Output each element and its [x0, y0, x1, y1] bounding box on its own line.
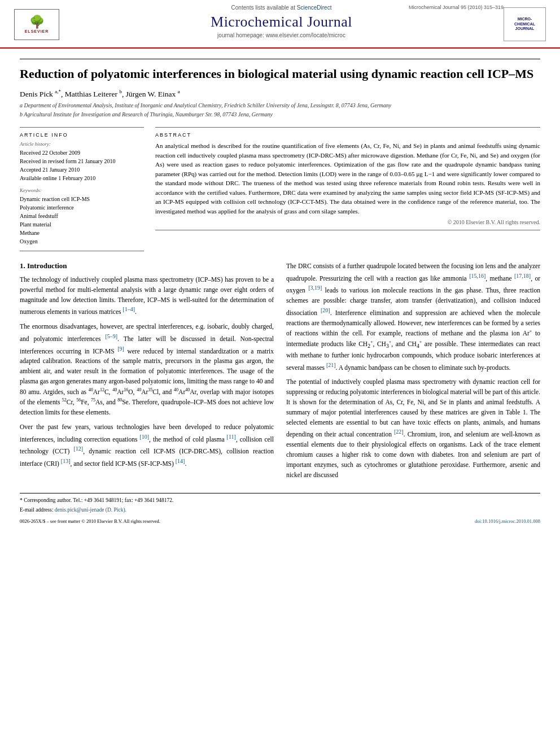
ref-15-16: [15,16]	[469, 273, 485, 279]
article-info-box: ARTICLE INFO Article history: Received 2…	[20, 127, 144, 251]
keyword-1: Dynamic reaction cell ICP-MS	[20, 195, 144, 203]
journal-homepage: journal homepage: www.elsevier.com/locat…	[217, 32, 345, 38]
keyword-6: Oxygen	[20, 238, 144, 245]
keywords-label: Keywords:	[20, 187, 144, 193]
ref-11: [11]	[227, 434, 236, 440]
contents-line: Contents lists available at ScienceDirec…	[231, 5, 332, 11]
keyword-4: Plant material	[20, 221, 144, 228]
doi-link[interactable]: doi:10.1016/j.microc.2010.01.008	[475, 518, 540, 524]
sciencedirect-link[interactable]: ScienceDirect	[297, 5, 332, 11]
ref-5-9: [5–9]	[105, 333, 117, 339]
doi-text: doi:10.1016/j.microc.2010.01.008	[475, 518, 540, 524]
section1-para3: Over the past few years, various technol…	[20, 422, 274, 469]
abstract-section: ABSTRACT An analytical method is describ…	[155, 127, 540, 230]
ref-3-19: [3,19]	[308, 285, 322, 291]
abstract-text: An analytical method is described for th…	[155, 141, 540, 216]
body-content: 1. Introduction The technology of induct…	[20, 261, 540, 484]
elsevier-logo-box: 🌳 ELSEVIER	[14, 9, 59, 40]
section1-right-para2: The potential of inductively coupled pla…	[286, 377, 540, 480]
ref-20: [20]	[321, 307, 330, 313]
author-sup-a2: a	[178, 89, 180, 94]
section1-para1: The technology of inductively coupled pl…	[20, 275, 274, 317]
volume-info: Microchemical Journal 95 (2010) 315–319	[409, 5, 504, 10]
body-right-col: The DRC consists of a further quadrupole…	[286, 261, 540, 484]
authors-line: Denis Pick a,*, Matthias Leiterer b, Jür…	[20, 89, 540, 99]
ref-10: [10]	[139, 434, 149, 440]
received-date: Received 22 October 2009	[20, 149, 144, 156]
abstract-col: ABSTRACT An analytical method is describ…	[155, 127, 540, 251]
keywords-section: Keywords: Dynamic reaction cell ICP-MS P…	[20, 187, 144, 245]
elsevier-logo: 🌳 ELSEVIER	[11, 5, 62, 44]
section1-title: 1. Introduction	[20, 261, 274, 270]
copyright-line: © 2010 Elsevier B.V. All rights reserved…	[155, 219, 540, 225]
journal-main-title: Microchemical Journal	[211, 14, 352, 30]
ref-12: [12]	[74, 445, 84, 452]
journal-header: Microchemical Journal 95 (2010) 315–319 …	[0, 0, 560, 49]
available-date: Available online 1 February 2010	[20, 174, 144, 182]
ref-22: [22]	[394, 429, 404, 435]
affil-item-b: b Agricultural Institute for Investigati…	[20, 111, 540, 119]
section1-para2: The enormous disadvantages, however, are…	[20, 322, 274, 418]
ref-14: [14]	[176, 458, 185, 464]
article-content: Reduction of polyatomic interferences in…	[0, 49, 560, 532]
affiliations: a Department of Environmental Analysis, …	[20, 102, 540, 119]
author-sup-b: b	[119, 89, 122, 94]
keyword-3: Animal feedstuff	[20, 212, 144, 220]
elsevier-text: ELSEVIER	[25, 29, 49, 33]
revised-date: Received in revised form 21 January 2010	[20, 158, 144, 165]
article-info-header: ARTICLE INFO	[20, 132, 144, 138]
accepted-date: Accepted 21 January 2010	[20, 166, 144, 173]
ref-13: [13]	[61, 458, 71, 464]
header-top-row: 🌳 ELSEVIER Contents lists available at S…	[11, 5, 549, 44]
footer-section: * Corresponding author. Tel.: +49 3641 9…	[20, 493, 540, 524]
footnote-email: E-mail address: denis.pick@uni-jenade (D…	[20, 506, 540, 514]
keyword-5: Methane	[20, 229, 144, 237]
ref-21: [21]	[326, 362, 336, 368]
abstract-header: ABSTRACT	[155, 132, 540, 138]
article-info-col: ARTICLE INFO Article history: Received 2…	[20, 127, 144, 251]
elsevier-tree-icon: 🌳	[29, 16, 45, 28]
journal-logo-right: MICRO-CHEMICALJOURNAL	[501, 5, 549, 44]
info-abstract-cols: ARTICLE INFO Article history: Received 2…	[20, 127, 540, 251]
ref-1-4: [1–4]	[123, 306, 135, 312]
issn-text: 0026-265X/$ – see front matter © 2010 El…	[20, 518, 160, 524]
footer-bottom: 0026-265X/$ – see front matter © 2010 El…	[20, 518, 540, 524]
article-title: Reduction of polyatomic interferences in…	[20, 59, 540, 82]
journal-logo-box: MICRO-CHEMICALJOURNAL	[504, 7, 546, 41]
section1-right-para1: The DRC consists of a further quadrupole…	[286, 261, 540, 373]
body-two-col: 1. Introduction The technology of induct…	[20, 261, 540, 484]
article-history-label: Article history:	[20, 141, 144, 147]
body-left-col: 1. Introduction The technology of induct…	[20, 261, 274, 484]
ref-9: [9]	[117, 346, 124, 352]
affil-item-a: a Department of Environmental Analysis, …	[20, 102, 540, 110]
footnote-corresponding: * Corresponding author. Tel.: +49 3641 9…	[20, 497, 540, 504]
ref-17-18: [17,18]	[514, 273, 531, 279]
footnote-email-address[interactable]: denis.pick@uni-jenade (D. Pick).	[55, 507, 126, 513]
keyword-2: Polyatomic interference	[20, 204, 144, 211]
author-sup-a: a,*	[55, 89, 61, 94]
page: Microchemical Journal 95 (2010) 315–319 …	[0, 0, 560, 747]
